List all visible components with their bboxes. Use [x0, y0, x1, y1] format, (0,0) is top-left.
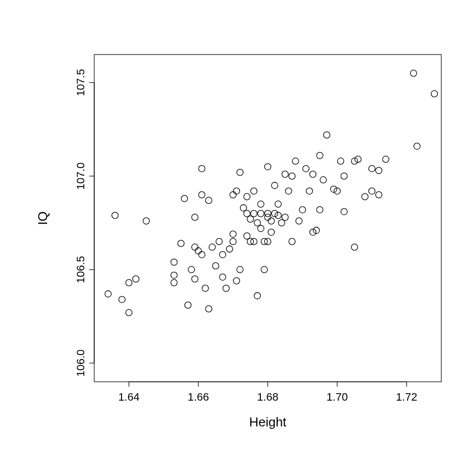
data-point	[414, 143, 420, 149]
y-axis: 106.0106.5107.0107.5	[74, 69, 94, 377]
x-tick-label: 1.72	[396, 391, 417, 403]
data-point	[206, 305, 212, 312]
data-point	[244, 210, 250, 217]
data-point	[251, 188, 257, 194]
data-point	[431, 91, 438, 97]
data-point	[230, 238, 237, 245]
data-point	[230, 231, 237, 238]
data-point	[272, 182, 278, 189]
data-point	[317, 207, 323, 213]
data-point	[265, 214, 271, 221]
data-point	[192, 276, 198, 282]
data-point	[376, 191, 382, 198]
x-axis-label: Height	[249, 415, 287, 429]
data-point	[251, 210, 257, 217]
data-point	[352, 244, 358, 250]
data-point	[237, 169, 243, 176]
y-tick-label: 106.0	[74, 350, 87, 377]
data-point	[227, 246, 233, 252]
x-axis: 1.641.661.681.701.72	[119, 382, 417, 403]
x-tick-label: 1.66	[188, 391, 209, 403]
data-point	[341, 208, 348, 215]
data-point	[202, 285, 209, 292]
data-point	[258, 201, 264, 207]
data-point	[143, 218, 150, 224]
data-point	[216, 238, 223, 245]
data-point	[195, 248, 202, 254]
data-point	[119, 297, 125, 303]
data-point	[258, 210, 264, 217]
data-point	[258, 225, 264, 232]
data-point	[310, 171, 316, 178]
data-point	[376, 167, 382, 174]
data-point	[317, 152, 323, 159]
data-point	[244, 193, 250, 200]
scatter-chart: 1.641.661.681.701.72 106.0106.5107.0107.…	[0, 0, 476, 476]
x-tick-label: 1.70	[327, 391, 348, 403]
y-axis-label: IQ	[35, 211, 50, 225]
data-point	[369, 188, 375, 194]
data-point	[261, 266, 268, 273]
data-point	[338, 158, 344, 164]
data-point	[244, 233, 250, 239]
data-point	[237, 266, 243, 273]
data-point	[286, 188, 292, 194]
data-point	[282, 171, 289, 178]
data-point	[171, 259, 178, 265]
data-point	[220, 251, 226, 258]
data-point	[306, 188, 313, 194]
data-point	[220, 274, 226, 280]
data-point	[133, 276, 139, 282]
data-point	[299, 207, 306, 213]
data-point	[178, 240, 184, 246]
data-point	[254, 293, 261, 299]
plot-frame	[94, 55, 441, 382]
data-point	[265, 164, 271, 170]
data-point	[199, 166, 205, 172]
data-point	[234, 188, 240, 194]
data-point	[192, 214, 198, 221]
data-point	[188, 266, 195, 273]
data-point	[296, 218, 302, 224]
data-point	[289, 238, 296, 245]
y-tick-label: 107.0	[74, 163, 87, 190]
y-tick-label: 106.5	[74, 256, 87, 283]
data-point	[185, 302, 191, 308]
x-tick-label: 1.68	[257, 391, 279, 403]
data-point	[171, 280, 178, 286]
data-point	[199, 191, 205, 198]
data-point	[213, 263, 219, 269]
data-point	[411, 70, 417, 76]
data-point	[230, 191, 237, 198]
data-point	[303, 166, 309, 172]
data-point	[275, 201, 282, 207]
data-point	[254, 220, 261, 226]
data-point	[126, 280, 132, 286]
data-point	[112, 212, 119, 219]
data-point	[181, 195, 188, 202]
data-point	[206, 197, 212, 204]
data-point	[383, 156, 389, 163]
data-point	[293, 158, 299, 164]
data-point	[320, 177, 327, 183]
data-point	[105, 291, 112, 297]
y-tick-label: 107.5	[74, 69, 87, 96]
data-point	[171, 272, 178, 279]
data-point	[192, 244, 198, 250]
data-point	[362, 193, 368, 200]
data-point	[199, 251, 205, 258]
data-point	[282, 214, 289, 221]
data-point	[247, 216, 254, 222]
data-point	[126, 309, 132, 316]
data-point	[209, 244, 216, 250]
x-tick-label: 1.64	[119, 391, 140, 403]
data-point	[234, 278, 240, 284]
data-point	[223, 285, 230, 292]
data-point	[268, 229, 275, 236]
data-points	[105, 70, 438, 316]
data-point	[341, 173, 348, 179]
data-point	[240, 205, 247, 211]
data-point	[369, 166, 375, 172]
data-point	[324, 132, 330, 138]
data-point	[279, 220, 285, 226]
